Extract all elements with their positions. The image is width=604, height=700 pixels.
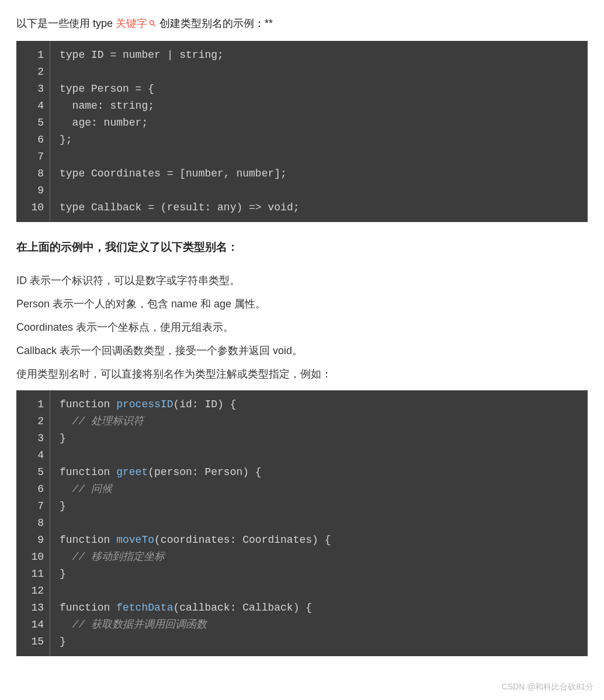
line-number: 3 <box>27 81 44 98</box>
line-number: 9 <box>27 532 44 549</box>
line-number: 13 <box>27 599 44 616</box>
code-line: // 获取数据并调用回调函数 <box>60 616 578 633</box>
description-line: 使用类型别名时，可以直接将别名作为类型注解或类型指定，例如： <box>16 364 588 384</box>
keyword-link-text: 关键字 <box>116 14 147 33</box>
code-block-1: 12345678910 type ID = number | string; t… <box>16 41 588 222</box>
search-icon <box>148 19 157 27</box>
line-number: 2 <box>27 64 44 81</box>
svg-point-0 <box>150 21 154 25</box>
description-line: ID 表示一个标识符，可以是数字或字符串类型。 <box>16 271 588 290</box>
code-line: // 问候 <box>60 481 578 498</box>
line-number: 9 <box>27 182 44 199</box>
line-number: 8 <box>27 165 44 182</box>
description-line: Person 表示一个人的对象，包含 name 和 age 属性。 <box>16 294 588 314</box>
code-line: } <box>60 430 578 447</box>
line-number: 3 <box>27 430 44 447</box>
code-line: name: string; <box>60 98 578 115</box>
line-number: 5 <box>27 115 44 131</box>
code-line: type ID = number | string; <box>60 47 578 64</box>
code-line: }; <box>60 131 578 148</box>
intro-prefix: 以下是一些使用 type <box>16 18 116 29</box>
code-content-2[interactable]: function processID(id: ID) { // 处理标识符} f… <box>50 390 588 656</box>
code-line <box>60 182 578 199</box>
line-number: 15 <box>27 633 44 650</box>
line-number: 11 <box>27 566 44 583</box>
code-content-1[interactable]: type ID = number | string; type Person =… <box>50 41 588 222</box>
line-number: 4 <box>27 447 44 464</box>
line-number: 1 <box>27 47 44 64</box>
line-number: 2 <box>27 413 44 430</box>
watermark: CSDN @和科比合砍81分 <box>502 680 593 682</box>
line-number: 8 <box>27 515 44 532</box>
code-line <box>60 447 578 464</box>
description-line: Callback 表示一个回调函数类型，接受一个参数并返回 void。 <box>16 341 588 361</box>
line-number: 14 <box>27 616 44 633</box>
code-line: } <box>60 566 578 583</box>
description-line: Coordinates 表示一个坐标点，使用元组表示。 <box>16 317 588 337</box>
code-line: type Callback = (result: any) => void; <box>60 199 578 216</box>
code-gutter-1: 12345678910 <box>16 41 50 222</box>
code-line: // 处理标识符 <box>60 413 578 430</box>
description-block: ID 表示一个标识符，可以是数字或字符串类型。Person 表示一个人的对象，包… <box>16 271 588 384</box>
line-number: 10 <box>27 549 44 566</box>
line-number: 10 <box>27 199 44 216</box>
code-line <box>60 64 578 81</box>
code-line: age: number; <box>60 115 578 131</box>
line-number: 4 <box>27 98 44 115</box>
code-line: type Person = { <box>60 81 578 98</box>
code-line <box>60 583 578 599</box>
code-line <box>60 515 578 532</box>
code-line <box>60 148 578 165</box>
code-line: } <box>60 633 578 650</box>
code-line: // 移动到指定坐标 <box>60 549 578 566</box>
code-line: function greet(person: Person) { <box>60 464 578 481</box>
line-number: 6 <box>27 131 44 148</box>
line-number: 1 <box>27 396 44 413</box>
code-line: function processID(id: ID) { <box>60 396 578 413</box>
code-gutter-2: 123456789101112131415 <box>16 390 50 656</box>
line-number: 5 <box>27 464 44 481</box>
line-number: 6 <box>27 481 44 498</box>
line-number: 7 <box>27 148 44 165</box>
svg-line-1 <box>154 25 155 26</box>
code-line: function fetchData(callback: Callback) { <box>60 599 578 616</box>
code-block-2: 123456789101112131415 function processID… <box>16 390 588 656</box>
line-number: 12 <box>27 583 44 599</box>
line-number: 7 <box>27 498 44 515</box>
intro-suffix: 创建类型别名的示例：** <box>159 18 273 29</box>
section-heading: 在上面的示例中，我们定义了以下类型别名： <box>16 237 588 257</box>
intro-paragraph: 以下是一些使用 type 关键字 创建类型别名的示例：** <box>16 14 588 33</box>
code-line: } <box>60 498 578 515</box>
code-line: function moveTo(coordinates: Coordinates… <box>60 532 578 549</box>
code-line: type Coordinates = [number, number]; <box>60 165 578 182</box>
keyword-link[interactable]: 关键字 <box>116 14 157 33</box>
